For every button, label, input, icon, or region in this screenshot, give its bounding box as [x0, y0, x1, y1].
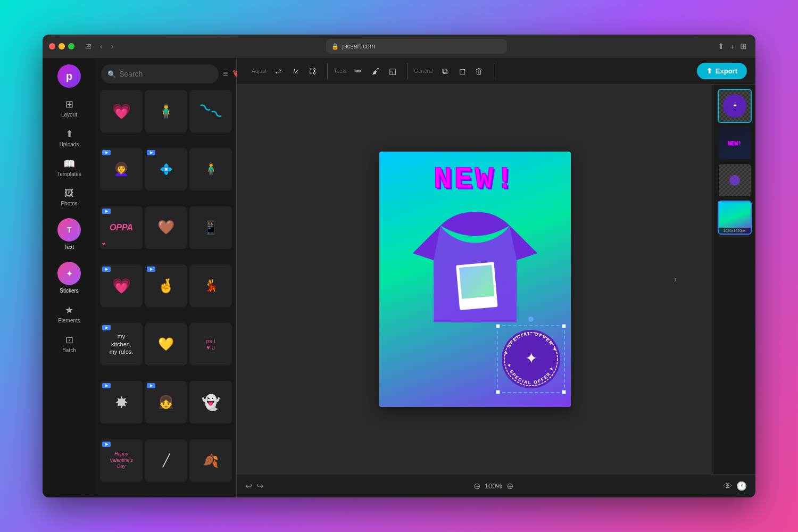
list-item[interactable]: 💛 — [145, 323, 187, 365]
right-panel-arrow[interactable]: › — [674, 275, 677, 284]
traffic-light-yellow[interactable] — [59, 43, 65, 49]
video-badge: ▶ — [102, 150, 111, 155]
list-item[interactable]: ▶ 👧 — [145, 381, 187, 423]
stickers-label: Stickers — [60, 288, 79, 294]
zoom-controls: ⊖ 100% ⊕ — [473, 481, 513, 491]
handle-bl[interactable] — [496, 390, 500, 394]
back-btn[interactable]: ‹ — [98, 41, 105, 52]
preview-thumb-2[interactable]: NEW! — [718, 126, 752, 160]
list-item[interactable]: ▶ ✸ — [100, 381, 143, 423]
list-item[interactable]: 📱 — [189, 206, 232, 249]
eye-btn[interactable]: 👁 — [724, 481, 732, 491]
stickers-panel: 🔍 ≡ 🔖 💗 🧍‍♂️ 〜〜 ▶ — [96, 58, 237, 497]
sidebar-item-layout[interactable]: ⊞ Layout — [49, 94, 89, 122]
copy-btn[interactable]: ◻ — [454, 63, 470, 79]
list-item[interactable]: ╱ — [145, 439, 187, 482]
thumb-new-text: NEW! — [727, 140, 742, 147]
list-item[interactable]: 🧍‍♂️ — [189, 148, 232, 190]
list-item[interactable]: ▶ HappyValentine'sDay — [100, 439, 143, 482]
list-item[interactable]: ▶ 💠 — [145, 148, 187, 190]
video-badge: ▶ — [102, 442, 111, 447]
handle-br[interactable] — [562, 390, 566, 394]
canvas-bg: NEW! — [379, 152, 571, 407]
text-label: Text — [64, 244, 74, 250]
list-item[interactable]: 🧍‍♂️ — [145, 90, 187, 132]
new-tab-btn[interactable]: + — [730, 42, 735, 51]
thumb-2-bg: NEW! — [719, 127, 751, 159]
list-item[interactable]: 💗 — [100, 90, 143, 132]
delete-btn[interactable]: 🗑 — [471, 63, 487, 79]
oppa-sticker: OPPA — [110, 223, 133, 232]
preview-thumb-1[interactable]: ✦ — [718, 89, 752, 123]
preview-thumb-4[interactable]: 1080x1920px — [718, 201, 752, 235]
list-item[interactable]: ▶ 💗 — [100, 264, 143, 307]
sidebar-item-text[interactable]: T Text — [49, 213, 89, 254]
kitchen-sticker: mykitchen,my rules. — [110, 332, 134, 355]
sidebar-item-photos[interactable]: 🖼 Photos — [49, 184, 89, 211]
fx-btn[interactable]: fx — [288, 63, 304, 79]
tools-label: Tools — [334, 68, 346, 74]
sidebar-item-stickers[interactable]: ✦ Stickers — [49, 256, 89, 298]
redo-btn[interactable]: ↪ — [256, 481, 263, 491]
list-item[interactable]: ▶ 🤞 — [145, 264, 187, 307]
thumb-3-bg — [719, 164, 751, 196]
zoom-out-btn[interactable]: ⊖ — [473, 481, 480, 491]
list-item[interactable]: 🤎 — [145, 206, 187, 249]
sidebar-item-uploads[interactable]: ⬆ Uploads — [49, 124, 89, 152]
sidebar-toggle-btn[interactable]: ⊞ — [83, 41, 94, 52]
search-input-wrap[interactable]: 🔍 — [101, 64, 219, 84]
list-item[interactable]: 🍂 — [189, 439, 232, 482]
list-item[interactable]: 〜〜 — [189, 90, 232, 132]
sidebar-item-templates[interactable]: 📖 Templates — [49, 154, 89, 181]
canvas-area[interactable]: NEW! — [237, 85, 713, 474]
picsart-logo[interactable]: p — [57, 64, 81, 88]
export-button[interactable]: ⬆ Export — [697, 63, 747, 79]
layout-label: Layout — [61, 112, 77, 118]
brush-btn[interactable]: 🖌 — [368, 63, 384, 79]
grid-btn[interactable]: ⊞ — [740, 41, 747, 51]
preview-thumb-3[interactable] — [718, 163, 752, 197]
forward-btn[interactable]: › — [109, 41, 116, 52]
link-btn[interactable]: ⛓ — [305, 63, 321, 79]
adjust-sliders-btn[interactable]: ⇌ — [271, 63, 287, 79]
list-item[interactable]: ▶ 👩‍🦱 — [100, 148, 143, 190]
handle-tl[interactable] — [496, 324, 500, 328]
stickers-button[interactable]: ✦ — [57, 262, 81, 285]
crop-btn[interactable]: ◱ — [385, 63, 401, 79]
export-label: Export — [716, 67, 737, 75]
undo-btn[interactable]: ↩ — [245, 481, 252, 491]
sidebar-item-batch[interactable]: ⊡ Batch — [49, 330, 89, 358]
list-item[interactable]: ▶ OPPA ♥ — [100, 206, 143, 249]
handle-tr[interactable] — [562, 324, 566, 328]
traffic-light-red[interactable] — [49, 43, 55, 49]
handle-rotate[interactable] — [528, 317, 534, 322]
undo-redo-controls: ↩ ↪ — [245, 481, 263, 491]
canvas-wrapper: NEW! — [379, 152, 571, 407]
video-badge: ▶ — [147, 267, 155, 272]
list-item[interactable]: ▶ mykitchen,my rules. — [100, 323, 143, 365]
thumb-4-label: 1080x1920px — [719, 228, 751, 234]
zoom-level: 100% — [485, 482, 502, 490]
uploads-label: Uploads — [60, 142, 79, 147]
traffic-light-green[interactable] — [68, 43, 74, 49]
selection-box — [497, 325, 565, 393]
list-item[interactable]: 💃 — [189, 264, 232, 307]
share-btn[interactable]: ⬆ — [718, 41, 725, 51]
draw-btn[interactable]: ✏ — [351, 63, 367, 79]
search-input[interactable] — [119, 70, 212, 78]
stickers-grid: 💗 🧍‍♂️ 〜〜 ▶ 👩‍🦱 ▶ 💠 🧍‍♂️ — [96, 88, 236, 497]
icon-sidebar: p ⊞ Layout ⬆ Uploads 📖 Templates 🖼 Photo… — [43, 58, 96, 497]
list-item[interactable]: 👻 — [189, 381, 232, 423]
sidebar-item-elements[interactable]: ★ Elements — [49, 300, 89, 328]
batch-icon: ⊡ — [65, 334, 73, 346]
list-item[interactable]: ps i♥ u — [189, 323, 232, 365]
filter-btn[interactable]: ≡ — [223, 69, 228, 79]
thumb-badge-svg: ✦ — [722, 93, 747, 119]
text-button[interactable]: T — [57, 218, 81, 242]
history-btn[interactable]: 🕐 — [736, 481, 747, 491]
addressbar[interactable]: 🔒 picsart.com — [326, 39, 507, 54]
duplicate-btn[interactable]: ⧉ — [437, 63, 453, 79]
text-icon: T — [67, 226, 72, 234]
lock-icon: 🔒 — [331, 43, 339, 50]
zoom-in-btn[interactable]: ⊕ — [506, 481, 513, 491]
